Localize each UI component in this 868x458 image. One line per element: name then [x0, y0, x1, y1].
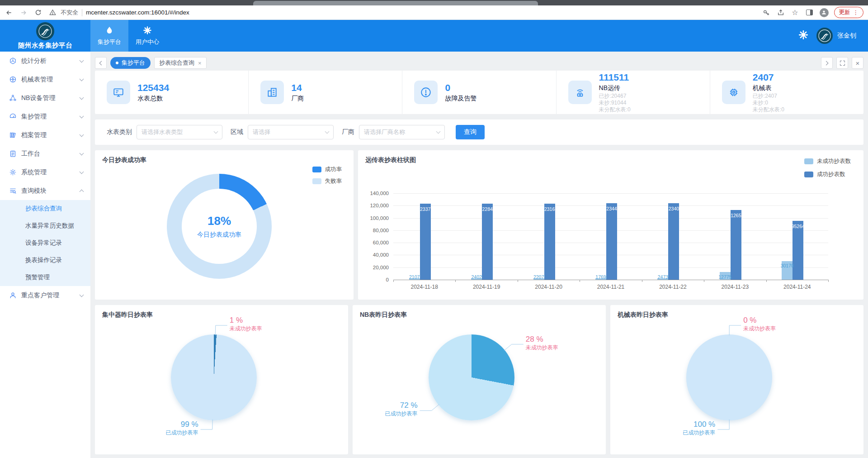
bookmark-star-icon[interactable]: ☆: [791, 8, 800, 17]
reload-button[interactable]: [33, 8, 42, 17]
chevron-down-icon: [214, 129, 218, 134]
sidebar-subitem-alert-management[interactable]: 预警管理: [0, 269, 90, 286]
y-axis-tick-label: 100,000: [370, 215, 389, 221]
bar-chart: 020,00040,00060,00080,000100,000120,0001…: [393, 193, 828, 280]
chevron-down-icon: [325, 129, 330, 134]
x-axis-tick: [518, 280, 518, 282]
tags-scroll-right-button[interactable]: [821, 57, 833, 69]
share-icon[interactable]: [776, 8, 785, 17]
close-tag-icon[interactable]: ×: [198, 60, 202, 67]
bar-value-label: 1769: [595, 274, 606, 280]
donut-chart: 18% 今日抄表成功率: [167, 174, 272, 279]
chevron-down-icon: [80, 151, 84, 155]
browser-tab-strip: [0, 0, 868, 5]
filter-panel: 水表类别 请选择水表类型 区域 请选择 厂商 请选择厂商名称 查询: [95, 119, 863, 145]
x-axis-tick: [642, 280, 642, 282]
stat-value: 0: [445, 82, 476, 93]
tab-collection-platform[interactable]: 集抄平台: [90, 20, 128, 52]
sidebar-item-key-customer[interactable]: 重点客户管理: [0, 286, 90, 305]
browser-profile-avatar[interactable]: [820, 8, 829, 17]
vendor-label: 厂商: [342, 128, 354, 136]
concentrator-pie-panel: 集中器昨日抄表率 1 %未成功抄表率99 %已成功抄表率: [95, 305, 348, 454]
pie-slice-label: 72 %已成功抄表率: [385, 401, 418, 416]
side-panel-icon[interactable]: [805, 8, 814, 17]
sidebar-item-label: 集抄管理: [21, 113, 75, 121]
stat-label: 机械表: [753, 84, 784, 92]
browser-active-tab[interactable]: [253, 1, 538, 5]
close-all-tags-button[interactable]: ×: [852, 57, 863, 69]
sidebar-item-mechanical-meter[interactable]: 机械表管理: [0, 70, 90, 89]
gear-icon: [143, 26, 152, 36]
page-tag[interactable]: 抄表综合查询 ×: [154, 57, 207, 69]
password-key-icon[interactable]: [762, 8, 771, 17]
donut-legend: 成功率 失败率: [312, 166, 342, 185]
sidebar-subitem-device-anomaly-records[interactable]: 设备异常记录: [0, 234, 90, 252]
legend-item-fail-rate[interactable]: 失败率: [312, 177, 342, 185]
bar-value-label: 2402: [471, 274, 481, 280]
vendor-select[interactable]: 请选择厂商名称: [359, 125, 445, 139]
sidebar-item-label: NB设备管理: [21, 94, 75, 102]
sidebar-item-label: 机械表管理: [21, 76, 75, 84]
settings-gear-icon[interactable]: [798, 30, 808, 42]
pie-slice-label: 0 %未成功抄表率: [743, 316, 776, 331]
fullscreen-button[interactable]: [836, 57, 848, 69]
y-axis-tick-label: 20,000: [373, 265, 389, 270]
sidebar-item-system[interactable]: 系统管理: [0, 163, 90, 181]
bar-value-label: 95264: [792, 224, 805, 229]
x-axis-category-label: 2024-11-20: [535, 284, 562, 290]
legend-item-success-rate[interactable]: 成功率: [312, 166, 342, 173]
tab-user-center[interactable]: 用户中心: [128, 20, 166, 52]
app-logo: [36, 22, 54, 40]
y-axis-tick-label: 60,000: [373, 240, 389, 245]
bar-value-label: 2344: [606, 206, 617, 211]
sidebar-item-label: 统计分析: [21, 57, 75, 65]
browser-update-button[interactable]: 更新 ⋮: [834, 7, 864, 18]
sidebar-subitem-meter-swap-records[interactable]: 换表操作记录: [0, 252, 90, 269]
sidebar-item-statistics[interactable]: 统计分析: [0, 52, 90, 70]
x-axis-category-label: 2024-11-18: [410, 284, 438, 290]
sidebar-item-workbench[interactable]: 工作台: [0, 144, 90, 163]
sidebar-subitem-water-anomaly-history[interactable]: 水量异常历史数据: [0, 217, 90, 234]
forward-button[interactable]: [19, 8, 28, 17]
bar-value-label: 2107: [409, 274, 420, 280]
stat-details: 已抄:20467 未抄:91044 未分配水表:0: [599, 93, 631, 113]
chevron-down-icon: [80, 76, 84, 81]
y-axis-tick-label: 40,000: [373, 252, 389, 258]
sidebar-submenu: 抄表综合查询水量异常历史数据设备异常记录换表操作记录预警管理: [0, 200, 90, 286]
bar-value-label: 2316: [544, 206, 555, 212]
stat-value: 14: [291, 82, 304, 93]
donut-center-value: 18%: [208, 214, 231, 228]
region-select[interactable]: 请选择: [248, 125, 334, 139]
sidebar-item-nb-device[interactable]: NB设备管理: [0, 89, 90, 107]
pie-chart: 28 %未成功抄表率72 %已成功抄表率: [353, 305, 606, 454]
platform-tag[interactable]: 集抄平台: [110, 57, 151, 69]
sidebar-item-query-module[interactable]: 查询模块: [0, 181, 90, 200]
address-bar[interactable]: 不安全 mcenter.szcswater.com:16001/#/index: [48, 8, 756, 17]
meter-type-select[interactable]: 请选择水表类型: [137, 125, 222, 139]
legend-item-unsuccessful[interactable]: 未成功抄表数: [804, 157, 851, 165]
remote-meter-bar-panel: 远传表抄表柱状图 未成功抄表数 成功抄表数 020,00040,00060,00…: [358, 150, 863, 300]
user-avatar: [816, 28, 833, 44]
query-button[interactable]: 查询: [456, 125, 485, 139]
x-axis-tick: [393, 280, 394, 282]
user-menu[interactable]: 张金钊: [816, 28, 856, 44]
tags-scroll-left-button[interactable]: [95, 57, 107, 69]
gauge-icon: [9, 113, 17, 120]
sidebar-item-label: 工作台: [21, 150, 75, 158]
bar-value-label: 30170: [781, 263, 794, 268]
building-icon: [260, 81, 284, 104]
browser-menu-kebab-icon[interactable]: ⋮: [853, 9, 859, 16]
mechanical-pie-panel: 机械表昨日抄表率 0 %未成功抄表率100 %已成功抄表率: [610, 305, 863, 454]
back-button[interactable]: [5, 8, 14, 17]
sidebar-subitem-reading-comprehensive-query[interactable]: 抄表综合查询: [0, 200, 90, 217]
sidebar-item-archives[interactable]: 档案管理: [0, 126, 90, 144]
sidebar-item-meter-reading[interactable]: 集抄管理: [0, 107, 90, 126]
tag-bar: 集抄平台 抄表综合查询 × ×: [95, 55, 863, 71]
url-text[interactable]: mcenter.szcswater.com:16001/#/index: [86, 9, 189, 16]
bar-value-label: 2340: [669, 206, 679, 211]
sidebar-item-label: 档案管理: [21, 131, 75, 139]
legend-item-successful[interactable]: 成功抄表数: [804, 171, 851, 178]
chip-icon: [722, 81, 745, 104]
sidebar-item-label: 重点客户管理: [21, 291, 75, 300]
bar-value-label: 2207: [533, 274, 544, 280]
